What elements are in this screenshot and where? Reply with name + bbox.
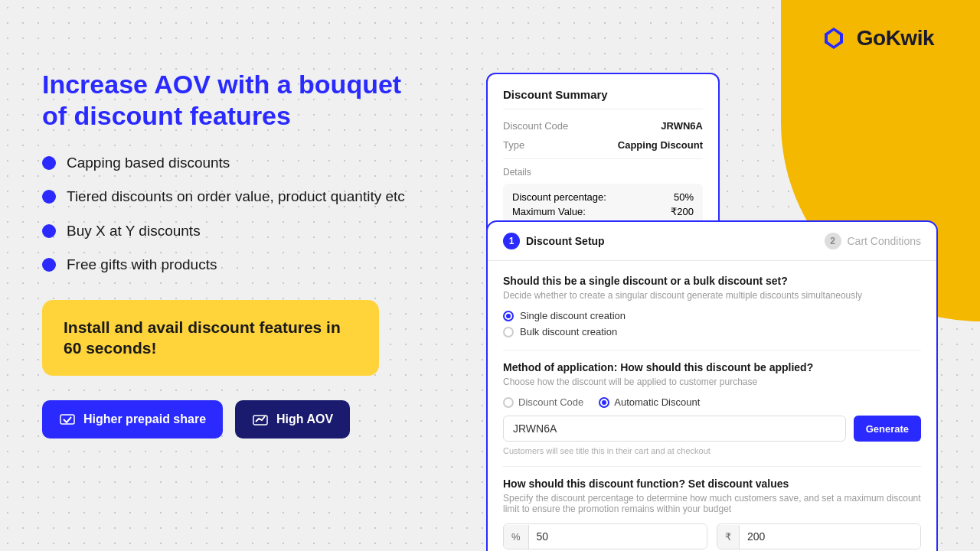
type-row: Type Capping Discount xyxy=(503,139,703,151)
rupee-input-group: ₹ xyxy=(717,523,921,549)
step-1-label: Discount Setup xyxy=(526,235,605,247)
prepaid-icon xyxy=(59,411,76,428)
bullet-icon xyxy=(42,190,56,204)
q1-desc: Decide whether to create a singular disc… xyxy=(503,290,921,301)
method-section: Method of application: How should this d… xyxy=(503,361,921,455)
discount-summary-card: Discount Summary Discount Code JRWN6A Ty… xyxy=(486,73,720,240)
details-box: Discount percentage: 50% Maximum Value: … xyxy=(503,184,703,225)
code-value: JRWN6A xyxy=(661,120,703,132)
list-item: Capping based discounts xyxy=(42,153,425,174)
bulk-radio-circle xyxy=(503,327,514,337)
function-section: How should this discount function? Set d… xyxy=(503,478,921,549)
type-label: Type xyxy=(503,139,524,151)
cta-box-text: Install and avail discount features in 6… xyxy=(64,317,358,359)
list-item: Buy X at Y discounts xyxy=(42,221,425,242)
divider-1 xyxy=(503,350,921,350)
single-discount-option[interactable]: Single discount creation xyxy=(503,310,921,321)
discount-summary-title: Discount Summary xyxy=(503,88,703,109)
single-radio-circle xyxy=(503,311,514,321)
percent-input[interactable] xyxy=(529,524,707,549)
logo-text: GoKwik xyxy=(857,26,934,51)
type-value: Capping Discount xyxy=(618,139,703,151)
step-2-inactive: 2 Cart Conditions xyxy=(825,233,922,249)
aov-button[interactable]: High AOV xyxy=(235,400,350,439)
divider-2 xyxy=(503,466,921,467)
logo: GoKwik xyxy=(817,21,934,55)
q3-label: How should this discount function? Set d… xyxy=(503,478,921,490)
cta-box: Install and avail discount features in 6… xyxy=(42,300,379,376)
rupee-input[interactable] xyxy=(740,524,920,549)
q2-desc: Choose how the discount will be applied … xyxy=(503,377,921,387)
generate-button[interactable]: Generate xyxy=(854,416,921,442)
single-bulk-radio-group: Single discount creation Bulk discount c… xyxy=(503,310,921,337)
list-item: Tiered discounts on order value, product… xyxy=(42,187,425,207)
gokwik-logo-icon xyxy=(817,21,851,55)
aov-icon xyxy=(252,411,269,428)
list-item: Free gifts with products xyxy=(42,255,425,276)
step-2-number: 2 xyxy=(825,233,841,249)
code-row: Discount Code JRWN6A xyxy=(503,120,703,132)
details-label: Details xyxy=(503,158,703,178)
auto-method-circle xyxy=(599,397,609,408)
bullet-icon xyxy=(42,258,56,272)
discount-code-method[interactable]: Discount Code xyxy=(503,396,583,408)
detail-row: Maximum Value: ₹200 xyxy=(512,206,694,217)
code-input-field[interactable] xyxy=(503,416,846,442)
rupee-symbol: ₹ xyxy=(717,525,740,549)
step-2-label: Cart Conditions xyxy=(848,235,922,247)
code-hint: Customers will see title this in their c… xyxy=(503,446,921,455)
code-input-row: Generate xyxy=(503,416,921,442)
code-label: Discount Code xyxy=(503,120,568,132)
q2-label: Method of application: How should this d… xyxy=(503,361,921,373)
discount-setup-card: 1 Discount Setup 2 Cart Conditions Shoul… xyxy=(486,220,938,551)
bulk-discount-option[interactable]: Bulk discount creation xyxy=(503,326,921,337)
left-panel: Increase AOV with a bouquet of discount … xyxy=(42,69,425,439)
discount-value-row: % ₹ xyxy=(503,523,921,549)
step-1-number: 1 xyxy=(503,233,520,249)
method-options: Discount Code Automatic Discount xyxy=(503,396,921,408)
prepaid-button[interactable]: Higher prepaid share xyxy=(42,400,223,439)
auto-discount-method[interactable]: Automatic Discount xyxy=(599,396,700,408)
code-method-circle xyxy=(503,397,514,408)
setup-header: 1 Discount Setup 2 Cart Conditions xyxy=(488,222,936,261)
feature-list: Capping based discounts Tiered discounts… xyxy=(42,153,425,276)
step-1-active: 1 Discount Setup xyxy=(503,233,605,249)
main-heading: Increase AOV with a bouquet of discount … xyxy=(42,69,425,132)
setup-body: Should this be a single discount or a bu… xyxy=(488,261,936,551)
percent-symbol: % xyxy=(504,525,529,549)
q1-label: Should this be a single discount or a bu… xyxy=(503,275,921,287)
detail-row: Discount percentage: 50% xyxy=(512,191,694,203)
bottom-buttons: Higher prepaid share High AOV xyxy=(42,400,425,439)
bullet-icon xyxy=(42,156,56,170)
bullet-icon xyxy=(42,224,56,238)
percent-input-group: % xyxy=(503,523,707,549)
q3-desc: Specify the discount percentage to deter… xyxy=(503,493,921,514)
